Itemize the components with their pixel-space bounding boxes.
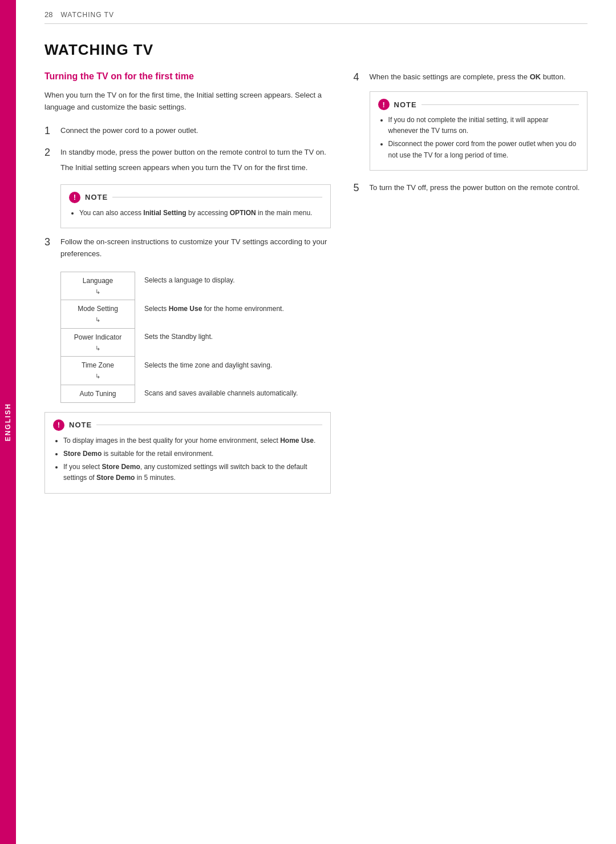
side-language-tab: ENGLISH <box>0 0 16 844</box>
step-4-number: 4 <box>354 71 370 83</box>
sub-section-title: Turning the TV on for the first time <box>44 71 331 82</box>
setting-arrow-mode: ↳ <box>95 315 100 325</box>
setting-label-timezone: Time Zone <box>82 360 114 370</box>
table-row: Time Zone ↳ Selects the time zone and da… <box>61 357 347 385</box>
setting-arrow-language: ↳ <box>95 287 100 297</box>
page-number: 28 <box>44 10 52 19</box>
step-1-text: Connect the power cord to a power outlet… <box>60 125 331 137</box>
table-row: Language ↳ Selects a language to display… <box>61 272 347 300</box>
step-5-content: To turn the TV off, press the power butt… <box>370 182 587 194</box>
note-label-right: NOTE <box>394 100 417 109</box>
setting-name-language: Language ↳ <box>61 272 135 300</box>
setting-name-autotuning: Auto Tuning <box>61 385 135 402</box>
step-3-content: Follow the on-screen instructions to cus… <box>60 236 331 263</box>
note-box-2: ! NOTE To display images in the best qua… <box>44 412 331 494</box>
step-4: 4 When the basic settings are complete, … <box>354 71 587 83</box>
setting-label-autotuning: Auto Tuning <box>79 389 116 399</box>
note-header-2: ! NOTE <box>53 419 322 431</box>
note-header-1: ! NOTE <box>69 192 322 203</box>
step-3-number: 3 <box>44 236 60 248</box>
note-line-right <box>422 104 579 105</box>
settings-table: Language ↳ Selects a language to display… <box>60 272 347 403</box>
step-1-number: 1 <box>44 125 60 137</box>
step-2-content: In standby mode, press the power button … <box>60 147 331 176</box>
note-label-1: NOTE <box>85 193 108 201</box>
step-1: 1 Connect the power cord to a power outl… <box>44 125 331 139</box>
step-5-number: 5 <box>354 182 370 194</box>
table-row: Auto Tuning Scans and saves available ch… <box>61 385 347 402</box>
left-column: Turning the TV on for the first time Whe… <box>44 71 331 500</box>
setting-arrow-power: ↳ <box>95 344 100 353</box>
two-column-layout: Turning the TV on for the first time Whe… <box>44 71 587 500</box>
note-box-1: ! NOTE You can also access Initial Setti… <box>60 184 331 228</box>
note-label-2: NOTE <box>69 421 92 429</box>
step-3-text: Follow the on-screen instructions to cus… <box>60 236 331 260</box>
table-row: Power Indicator ↳ Sets the Standby light… <box>61 328 347 357</box>
setting-name-power: Power Indicator ↳ <box>61 328 135 357</box>
step-4-text: When the basic settings are complete, pr… <box>370 71 587 83</box>
step-5-text: To turn the TV off, press the power butt… <box>370 182 587 194</box>
intro-text: When you turn the TV on for the first ti… <box>44 90 331 114</box>
note2-item-2: Store Demo is suitable for the retail en… <box>63 449 322 459</box>
step-3: 3 Follow the on-screen instructions to c… <box>44 236 331 263</box>
table-row: Mode Setting ↳ Selects Home Use for the … <box>61 300 347 329</box>
step-2-text: In standby mode, press the power button … <box>60 147 331 159</box>
note1-item-1: You can also access Initial Setting by a… <box>79 208 322 219</box>
setting-label-language: Language <box>83 276 113 286</box>
step-2-sub-text: The Initial setting screen appears when … <box>60 162 331 174</box>
setting-desc-autotuning: Scans and saves available channels autom… <box>135 385 347 402</box>
note-right-item-1: If you do not complete the initial setti… <box>388 115 579 136</box>
setting-label-mode: Mode Setting <box>78 304 118 314</box>
setting-arrow-timezone: ↳ <box>95 371 100 381</box>
setting-label-power: Power Indicator <box>74 332 121 342</box>
setting-desc-language: Selects a language to display. <box>135 272 347 300</box>
setting-name-timezone: Time Zone ↳ <box>61 357 135 385</box>
right-column: 4 When the basic settings are complete, … <box>354 71 587 500</box>
note-icon-2: ! <box>53 419 64 431</box>
note-content-2: To display images in the best quality fo… <box>53 435 322 484</box>
setting-name-mode: Mode Setting ↳ <box>61 300 135 329</box>
note-line-2 <box>96 425 322 425</box>
note-content-1: You can also access Initial Setting by a… <box>69 208 322 219</box>
step-5: 5 To turn the TV off, press the power bu… <box>354 182 587 194</box>
setting-desc-mode: Selects Home Use for the home environmen… <box>135 300 347 329</box>
note-content-right: If you do not complete the initial setti… <box>378 115 579 161</box>
section-title: WATCHING TV <box>44 41 587 59</box>
note-header-right: ! NOTE <box>378 99 579 110</box>
note-right-item-2: Disconnect the power cord from the power… <box>388 139 579 160</box>
setting-desc-power: Sets the Standby light. <box>135 328 347 357</box>
side-tab-label: ENGLISH <box>4 403 12 441</box>
step-1-content: Connect the power cord to a power outlet… <box>60 125 331 139</box>
main-content: 28 WATCHING TV WATCHING TV Turning the T… <box>16 0 616 844</box>
note2-item-3: If you select Store Demo, any customized… <box>63 462 322 483</box>
step-2-number: 2 <box>44 147 60 159</box>
note-line-1 <box>112 197 322 197</box>
setting-desc-timezone: Selects the time zone and daylight savin… <box>135 357 347 385</box>
note-icon-right: ! <box>378 99 390 110</box>
note2-item-1: To display images in the best quality fo… <box>63 435 322 446</box>
step-2: 2 In standby mode, press the power butto… <box>44 147 331 176</box>
note-box-right: ! NOTE If you do not complete the initia… <box>370 91 587 171</box>
page-header-title: WATCHING TV <box>60 11 114 19</box>
note-icon-1: ! <box>69 192 80 203</box>
step-4-content: When the basic settings are complete, pr… <box>370 71 587 83</box>
page-header: 28 WATCHING TV <box>44 0 587 24</box>
